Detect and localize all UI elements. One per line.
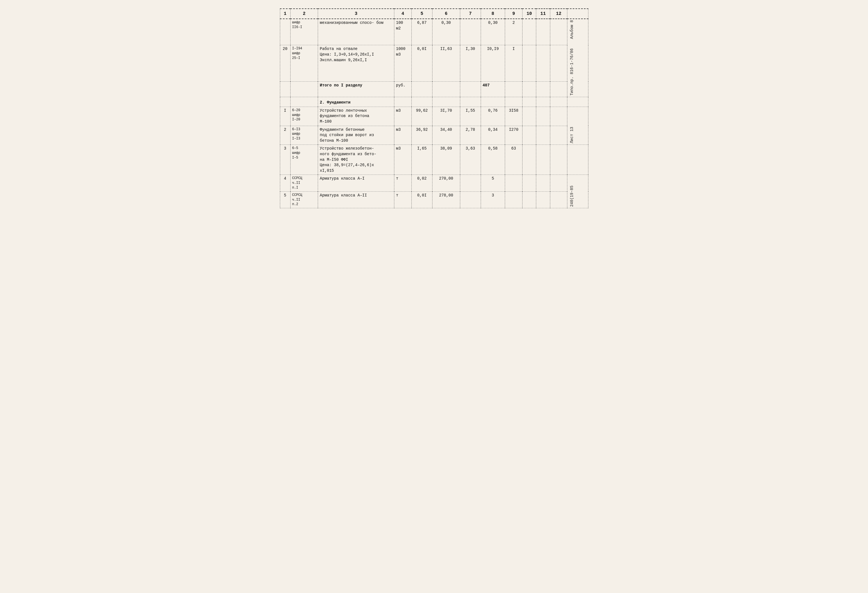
cell-r4-c1: 4 <box>280 175 290 191</box>
cell-r20-c4: 1000 м3 <box>394 45 412 82</box>
cell-r2-c3: Фундаменти бетонные под стойки рам ворот… <box>318 126 394 145</box>
cell-r3-c1: 3 <box>280 145 290 175</box>
cell-r20-c1: 20 <box>280 45 290 82</box>
cell-r2-c1: 2 <box>280 126 290 145</box>
cell-r3-c7: 3,63 <box>460 145 481 175</box>
cell-r4-c5: 0,02 <box>412 175 432 191</box>
cell-r3-c9: 63 <box>505 145 523 175</box>
col-header-10: 10 <box>522 9 536 19</box>
cell-r0-c3: механизированным спосо- бом <box>318 19 394 45</box>
cell-r4-c7 <box>460 175 481 191</box>
cell-itogo-c3: Итого по I разделу <box>318 82 394 97</box>
cell-rI-c10 <box>522 106 536 126</box>
cell-r5-c7 <box>460 191 481 208</box>
col-header-1: 1 <box>280 9 290 19</box>
cell-r0-c4: 100 м2 <box>394 19 412 45</box>
table-row: 5 ССРСЦ ч.II п.2 Арматура класса А–II т … <box>280 191 588 208</box>
cell-r4-c6: 270,00 <box>432 175 460 191</box>
main-table: 1 2 3 4 5 6 7 8 9 10 11 12 шифр II6-I ме… <box>280 9 588 208</box>
cell-itogo-c6 <box>432 82 460 97</box>
side-label-top: Типо.пр. 816-1-76/86 Альбом 8 <box>567 19 588 97</box>
cell-r20-c8: I0,I9 <box>481 45 505 82</box>
cell-r2-c7: 2,78 <box>460 126 481 145</box>
section-c4 <box>394 97 412 107</box>
cell-r3-c2: 6–5 шифр I–5 <box>290 145 318 175</box>
cell-r0-c9: 2 <box>505 19 523 45</box>
cell-r5-c5: 0,0I <box>412 191 432 208</box>
col-header-3: 3 <box>318 9 394 19</box>
cell-r4-c12 <box>550 175 567 191</box>
cell-r3-c12 <box>550 145 567 175</box>
cell-r3-c4: м3 <box>394 145 412 175</box>
cell-r2-c12 <box>550 126 567 145</box>
cell-rI-c11 <box>536 106 550 126</box>
cell-rI-c7: I,55 <box>460 106 481 126</box>
cell-r4-c2: ССРСЦ ч.II п.I <box>290 175 318 191</box>
cell-r20-c11 <box>536 45 550 82</box>
cell-rI-c4: м3 <box>394 106 412 126</box>
section-c12 <box>550 97 567 107</box>
cell-r2-c9: I270 <box>505 126 523 145</box>
side-label-mid: Лист 13 <box>567 106 588 145</box>
cell-r2-c11 <box>536 126 550 145</box>
cell-rI-c9: 3I58 <box>505 106 523 126</box>
cell-r3-c8: 0,58 <box>481 145 505 175</box>
cell-r0-c6: 0,30 <box>432 19 460 45</box>
cell-r2-c6: 34,40 <box>432 126 460 145</box>
cell-r5-c11 <box>536 191 550 208</box>
section-c9 <box>505 97 523 107</box>
col-header-9: 9 <box>505 9 523 19</box>
cell-r20-c10 <box>522 45 536 82</box>
cell-r4-c10 <box>522 175 536 191</box>
cell-r20-c9: I <box>505 45 523 82</box>
cell-r20-c2: I–I94 шифр 25–I <box>290 45 318 82</box>
cell-itogo-c1 <box>280 82 290 97</box>
table-row: I 6–20 шифр I–20 Устройство ленточных фу… <box>280 106 588 126</box>
col-header-side <box>567 9 588 19</box>
section-c6 <box>432 97 460 107</box>
section-c3: 2. Фундаменти <box>318 97 394 107</box>
section-c8 <box>481 97 505 107</box>
section-c7 <box>460 97 481 107</box>
col-header-6: 6 <box>432 9 460 19</box>
cell-r20-c7: I,30 <box>460 45 481 82</box>
section-c5 <box>412 97 432 107</box>
table-row: 4 ССРСЦ ч.II п.I Арматура класса А–I т 0… <box>280 175 588 191</box>
cell-itogo-c11 <box>536 82 550 97</box>
cell-r0-c2: шифр II6-I <box>290 19 318 45</box>
cell-r0-c1 <box>280 19 290 45</box>
col-header-5: 5 <box>412 9 432 19</box>
cell-r3-side <box>567 145 588 175</box>
header-row: 1 2 3 4 5 6 7 8 9 10 11 12 <box>280 9 588 19</box>
cell-r0-c5: 6,87 <box>412 19 432 45</box>
col-header-8: 8 <box>481 9 505 19</box>
cell-rI-c5: 99,62 <box>412 106 432 126</box>
cell-r2-c5: 36,92 <box>412 126 432 145</box>
section-c2 <box>290 97 318 107</box>
section-c11 <box>536 97 550 107</box>
cell-r5-c10 <box>522 191 536 208</box>
page-wrapper: 1 2 3 4 5 6 7 8 9 10 11 12 шифр II6-I ме… <box>280 9 588 208</box>
cell-r2-c2: 6–I3 шифр I–I3 <box>290 126 318 145</box>
col-header-2: 2 <box>290 9 318 19</box>
cell-r5-c12 <box>550 191 567 208</box>
cell-r0-c12 <box>550 19 567 45</box>
cell-rI-c2: 6–20 шифр I–20 <box>290 106 318 126</box>
cell-r0-c11 <box>536 19 550 45</box>
cell-r2-c8: 0,34 <box>481 126 505 145</box>
table-row: 20 I–I94 шифр 25–I Работа на отвале Цена… <box>280 45 588 82</box>
table-row: шифр II6-I механизированным спосо- бом 1… <box>280 19 588 45</box>
cell-itogo-c12 <box>550 82 567 97</box>
cell-r3-c11 <box>536 145 550 175</box>
cell-r2-c4: м3 <box>394 126 412 145</box>
cell-r3-c5: I,65 <box>412 145 432 175</box>
cell-r4-c4: т <box>394 175 412 191</box>
cell-itogo-c2 <box>290 82 318 97</box>
col-header-12: 12 <box>550 9 567 19</box>
cell-itogo-c7 <box>460 82 481 97</box>
col-header-7: 7 <box>460 9 481 19</box>
cell-r20-c5: 0,0I <box>412 45 432 82</box>
section-side <box>567 97 588 107</box>
cell-itogo-c9 <box>505 82 523 97</box>
table-row: 3 6–5 шифр I–5 Устройство железобетон- н… <box>280 145 588 175</box>
